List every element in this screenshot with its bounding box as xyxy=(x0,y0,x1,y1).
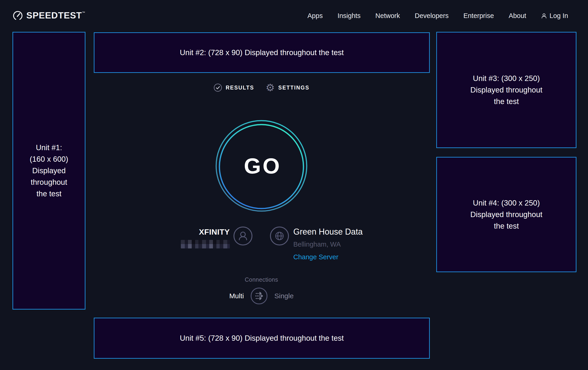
top-nav: SPEEDTEST™ Apps Insights Network Develop… xyxy=(0,0,588,31)
server-block: Green House Data Bellingham, WA Change S… xyxy=(293,227,363,261)
nav-item-about[interactable]: About xyxy=(509,12,526,19)
brand-title: SPEEDTEST™ xyxy=(26,10,85,20)
nav-menu: Apps Insights Network Developers Enterpr… xyxy=(307,12,568,20)
login-label: Log In xyxy=(549,12,568,20)
ad-unit-3-label: Unit #3: (300 x 250)Displayed throughout… xyxy=(471,73,543,107)
gear-icon: ⚙ xyxy=(266,83,275,92)
tab-results[interactable]: RESULTS xyxy=(213,83,254,92)
speedtest-logo[interactable]: SPEEDTEST™ xyxy=(12,10,85,21)
server-location: Bellingham, WA xyxy=(293,240,363,248)
ad-unit-4-label: Unit #4: (300 x 250)Displayed throughout… xyxy=(471,197,543,232)
user-small-icon xyxy=(541,13,547,19)
connections-multi-option[interactable]: Multi xyxy=(229,292,244,300)
go-button[interactable]: GO xyxy=(213,117,310,214)
login-button[interactable]: Log In xyxy=(541,12,568,20)
redacted-ip xyxy=(181,240,230,249)
go-label: GO xyxy=(213,117,310,214)
ad-unit-1-label: Unit #1:(160 x 600)Displayedthroughoutth… xyxy=(30,142,68,200)
isp-block: XFINITY xyxy=(181,228,230,249)
tab-settings[interactable]: ⚙ SETTINGS xyxy=(266,83,309,92)
connections-toggle-button[interactable] xyxy=(250,287,268,305)
ad-unit-1[interactable]: Unit #1:(160 x 600)Displayedthroughoutth… xyxy=(12,32,85,310)
connections-toggle-row: Multi Single xyxy=(229,287,294,305)
user-circle-icon xyxy=(233,226,253,246)
server-name: Green House Data xyxy=(293,227,363,237)
isp-name: XFINITY xyxy=(181,228,230,236)
ad-unit-5[interactable]: Unit #5: (728 x 90) Displayed throughout… xyxy=(94,318,430,359)
nav-item-insights[interactable]: Insights xyxy=(337,12,360,19)
nav-item-enterprise[interactable]: Enterprise xyxy=(463,12,494,19)
tab-bar: RESULTS ⚙ SETTINGS xyxy=(213,83,309,92)
nav-item-apps[interactable]: Apps xyxy=(307,12,323,19)
connections-single-option[interactable]: Single xyxy=(274,292,294,300)
nav-item-network[interactable]: Network xyxy=(375,12,400,19)
settings-tab-label: SETTINGS xyxy=(278,85,309,91)
connections-label: Connections xyxy=(245,276,278,283)
globe-icon xyxy=(270,226,289,246)
nav-item-developers[interactable]: Developers xyxy=(415,12,449,19)
ad-unit-2-label: Unit #2: (728 x 90) Displayed throughout… xyxy=(180,47,344,58)
speedtest-page: SPEEDTEST™ Apps Insights Network Develop… xyxy=(0,0,588,370)
results-tab-label: RESULTS xyxy=(226,85,254,91)
trademark: ™ xyxy=(82,11,85,15)
ad-unit-3[interactable]: Unit #3: (300 x 250)Displayed throughout… xyxy=(436,32,577,148)
gauge-icon xyxy=(12,10,23,21)
change-server-link[interactable]: Change Server xyxy=(293,253,363,261)
ad-unit-2[interactable]: Unit #2: (728 x 90) Displayed throughout… xyxy=(94,32,430,73)
ad-unit-5-label: Unit #5: (728 x 90) Displayed throughout… xyxy=(180,332,344,344)
check-circle-icon xyxy=(213,83,222,92)
ad-unit-4[interactable]: Unit #4: (300 x 250)Displayed throughout… xyxy=(436,157,577,272)
